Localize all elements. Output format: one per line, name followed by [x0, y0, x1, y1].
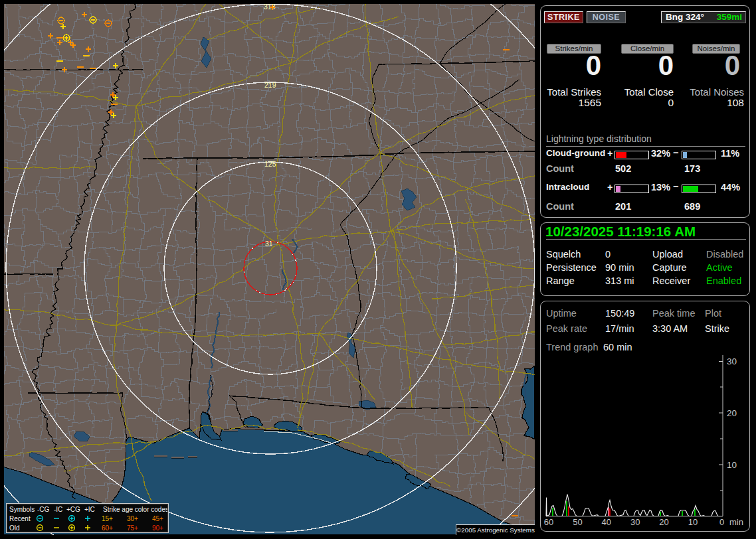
svg-text:219: 219: [264, 81, 276, 89]
svg-text:10: 10: [688, 517, 698, 527]
svg-text:0: 0: [719, 517, 724, 527]
svg-text:min: min: [729, 517, 743, 527]
svg-text:50: 50: [573, 517, 582, 527]
svg-text:30+: 30+: [127, 515, 138, 522]
svg-text:30: 30: [727, 356, 737, 366]
svg-text:30: 30: [630, 517, 640, 527]
svg-text:10: 10: [727, 460, 737, 470]
svg-text:Recent: Recent: [9, 515, 31, 522]
svg-text:+IC: +IC: [84, 506, 95, 513]
svg-text:+CG: +CG: [66, 506, 80, 513]
svg-text:31: 31: [265, 240, 273, 248]
svg-text:75+: 75+: [127, 524, 138, 532]
svg-text:20: 20: [727, 408, 737, 418]
svg-text:60+: 60+: [102, 524, 113, 532]
svg-text:40: 40: [602, 517, 611, 527]
svg-text:15+: 15+: [102, 515, 113, 522]
svg-text:Old: Old: [9, 524, 20, 532]
svg-text:125: 125: [264, 160, 276, 168]
svg-text:-IC: -IC: [54, 506, 62, 513]
svg-text:90+: 90+: [152, 524, 163, 532]
svg-text:20: 20: [659, 517, 668, 527]
svg-text:Symbols: Symbols: [9, 506, 35, 513]
svg-text:60: 60: [544, 517, 553, 527]
svg-text:Strike age color codes: Strike age color codes: [103, 506, 168, 513]
svg-text:-CG: -CG: [37, 506, 50, 513]
svg-text:45+: 45+: [152, 515, 163, 522]
